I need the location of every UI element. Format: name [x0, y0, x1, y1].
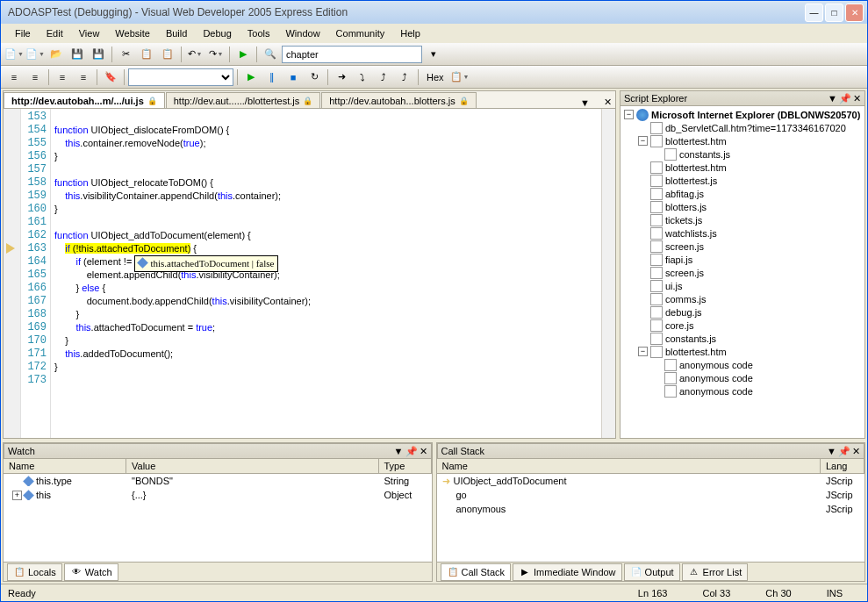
tree-item[interactable]: anonymous code — [622, 371, 863, 384]
uncomment-button[interactable]: ≡ — [74, 68, 93, 87]
paste-button[interactable]: 📋 — [158, 45, 177, 64]
menu-build[interactable]: Build — [159, 26, 194, 40]
errorlist-tab[interactable]: ⚠Error List — [682, 563, 749, 581]
tree-item[interactable]: watchlists.js — [622, 226, 863, 240]
tree-item[interactable]: −blottertest.htm — [622, 345, 863, 358]
panel-dropdown-icon[interactable]: ▼ — [394, 446, 404, 457]
step-over-button[interactable]: ⤴ — [374, 68, 393, 87]
step-out-button[interactable]: ⤴ — [395, 68, 414, 87]
add-item-button[interactable]: 📄▼ — [25, 45, 45, 64]
tree-item[interactable]: blotters.js — [622, 200, 863, 213]
watch-tab[interactable]: 👁Watch — [64, 563, 118, 581]
tree-item[interactable]: screen.js — [622, 240, 863, 253]
save-button[interactable]: 💾 — [68, 45, 87, 64]
tree-item[interactable]: tickets.js — [622, 213, 863, 226]
comment-button[interactable]: ≡ — [53, 68, 72, 87]
menu-window[interactable]: Window — [278, 26, 326, 40]
callstack-col-name[interactable]: Name — [437, 459, 821, 473]
vertical-scrollbar[interactable] — [601, 109, 615, 438]
tree-item[interactable]: abfitag.js — [622, 187, 863, 200]
find-button[interactable]: 🔍 — [261, 45, 280, 64]
menu-community[interactable]: Community — [329, 26, 392, 40]
tree-item[interactable]: comms.js — [622, 292, 863, 305]
tab-dropdown-icon[interactable]: ▼ — [577, 97, 593, 108]
panel-pin-icon[interactable]: 📌 — [839, 93, 851, 104]
copy-button[interactable]: 📋 — [137, 45, 156, 64]
watch-col-name[interactable]: Name — [4, 459, 126, 473]
breakpoints-button[interactable]: 📋▼ — [450, 68, 470, 87]
panel-close-icon[interactable]: ✕ — [852, 446, 860, 457]
callstack-tab[interactable]: 📋Call Stack — [441, 563, 512, 581]
redo-button[interactable]: ↷▼ — [206, 45, 226, 64]
config-combo[interactable] — [128, 68, 233, 86]
restart-button[interactable]: ↻ — [305, 68, 324, 87]
panel-close-icon[interactable]: ✕ — [420, 446, 427, 457]
script-explorer-tree[interactable]: −Microsoft Internet Explorer (DBLONWS205… — [620, 106, 865, 439]
tree-item[interactable]: −blottertest.htm — [622, 134, 863, 147]
tree-item[interactable]: anonymous code — [622, 358, 863, 371]
output-tab[interactable]: 📄Output — [624, 563, 680, 581]
immediate-tab[interactable]: ▶Immediate Window — [513, 563, 622, 581]
watch-col-value[interactable]: Value — [126, 459, 379, 473]
bookmark-button[interactable]: 🔖 — [101, 68, 120, 87]
minimize-button[interactable]: — — [805, 4, 823, 22]
panel-dropdown-icon[interactable]: ▼ — [828, 93, 837, 104]
tree-item[interactable]: blottertest.htm — [622, 161, 863, 174]
watch-row[interactable]: this.type"BONDS"String — [4, 474, 432, 488]
find-combo[interactable] — [282, 46, 422, 63]
menu-debug[interactable]: Debug — [196, 26, 238, 40]
outdent-button[interactable]: ≡ — [25, 68, 45, 87]
document-tab[interactable]: http://dev.aut....../blottertest.js🔒 — [166, 92, 320, 108]
toolbar-overflow[interactable]: ▾ — [424, 45, 443, 64]
cut-button[interactable]: ✂ — [116, 45, 135, 64]
breakpoint-margin[interactable] — [4, 109, 21, 438]
tree-item[interactable]: blottertest.js — [622, 174, 863, 187]
menu-tools[interactable]: Tools — [240, 26, 277, 40]
locals-tab[interactable]: 📋Locals — [7, 563, 62, 581]
panel-pin-icon[interactable]: 📌 — [838, 446, 850, 457]
undo-button[interactable]: ↶▼ — [185, 45, 204, 64]
tree-item[interactable]: constants.js — [622, 147, 863, 161]
start-debug-button[interactable]: ▶ — [233, 45, 253, 64]
watch-col-type[interactable]: Type — [379, 459, 432, 473]
code-editor[interactable]: function UIObject_dislocateFromDOM() { t… — [51, 109, 601, 438]
tree-item[interactable]: fiapi.js — [622, 253, 863, 266]
callstack-row[interactable]: goJScrip — [437, 488, 865, 502]
menu-file[interactable]: File — [8, 26, 38, 40]
tree-item[interactable]: screen.js — [622, 266, 863, 279]
close-button[interactable]: ✕ — [845, 4, 864, 22]
tree-root[interactable]: −Microsoft Internet Explorer (DBLONWS205… — [622, 108, 863, 121]
callstack-grid[interactable]: Name Lang ➜UIObject_addToDocumentJScripg… — [437, 459, 865, 562]
document-tab[interactable]: http://dev.autobah...m/.../ui.js🔒 — [4, 92, 165, 108]
watch-grid[interactable]: Name Value Type this.type"BONDS"String+t… — [4, 459, 432, 562]
save-all-button[interactable]: 💾 — [89, 45, 108, 64]
panel-dropdown-icon[interactable]: ▼ — [827, 446, 836, 457]
callstack-row[interactable]: ➜UIObject_addToDocumentJScrip — [437, 474, 865, 488]
watch-row[interactable]: +this{...}Object — [4, 488, 432, 502]
tree-item[interactable]: core.js — [622, 319, 863, 332]
panel-close-icon[interactable]: ✕ — [853, 93, 861, 104]
pause-button[interactable]: ‖ — [262, 68, 282, 87]
maximize-button[interactable]: □ — [825, 4, 843, 22]
tree-item[interactable]: anonymous code — [622, 384, 863, 398]
tab-close-icon[interactable]: ✕ — [600, 97, 615, 108]
tree-item[interactable]: ui.js — [622, 279, 863, 292]
tree-item[interactable]: constants.js — [622, 332, 863, 345]
continue-button[interactable]: ▶ — [241, 68, 261, 87]
callstack-row[interactable]: anonymousJScrip — [437, 502, 865, 516]
menu-view[interactable]: View — [72, 26, 107, 40]
step-into-button[interactable]: ⤵ — [353, 68, 372, 87]
callstack-col-lang[interactable]: Lang — [821, 459, 864, 473]
open-button[interactable]: 📂 — [47, 45, 66, 64]
menu-website[interactable]: Website — [108, 26, 157, 40]
hex-button[interactable]: Hex — [422, 68, 448, 87]
tree-item[interactable]: debug.js — [622, 305, 863, 319]
show-next-button[interactable]: ➜ — [332, 68, 351, 87]
tree-item[interactable]: db_ServletCall.htm?time=1173346167020 — [622, 121, 863, 134]
new-project-button[interactable]: 📄▼ — [4, 45, 24, 64]
menu-edit[interactable]: Edit — [39, 26, 70, 40]
stop-button[interactable]: ■ — [283, 68, 303, 87]
panel-pin-icon[interactable]: 📌 — [405, 446, 418, 457]
document-tab[interactable]: http://dev.autobah...blotters.js🔒 — [321, 92, 477, 108]
menu-help[interactable]: Help — [393, 26, 427, 40]
